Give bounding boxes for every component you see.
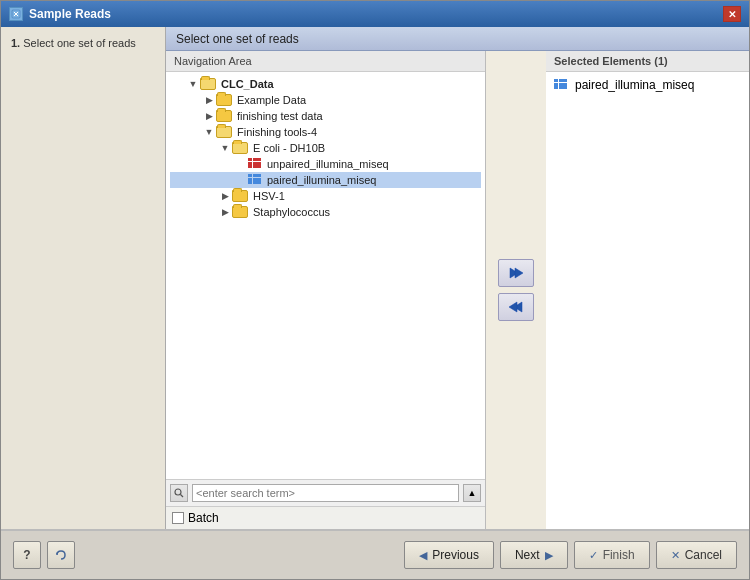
- next-arrow-icon: ▶: [545, 549, 553, 562]
- previous-label: Previous: [432, 548, 479, 562]
- remove-arrow-icon: [508, 300, 524, 314]
- app-icon: [9, 7, 23, 21]
- toggle-icon: ▶: [202, 109, 216, 123]
- svg-marker-6: [515, 268, 523, 278]
- data-icon-paired: [248, 174, 262, 186]
- panel-header: Select one set of reads: [166, 27, 749, 51]
- node-label-finishing-tools: Finishing tools-4: [237, 126, 317, 138]
- search-input[interactable]: [192, 484, 459, 502]
- search-icon-button[interactable]: [170, 484, 188, 502]
- folder-icon: [216, 110, 232, 122]
- selected-elements-panel[interactable]: paired_illumina_miseq: [546, 72, 749, 529]
- add-button[interactable]: [498, 259, 534, 287]
- steps-sidebar: 1. Select one set of reads: [1, 27, 166, 529]
- help-button[interactable]: ?: [13, 541, 41, 569]
- navigation-panel: Navigation Area ▼ CLC_Data: [166, 51, 486, 529]
- panel-header-label: Select one set of reads: [176, 32, 299, 46]
- panels-row: Navigation Area ▼ CLC_Data: [166, 51, 749, 529]
- tree-node-example-data[interactable]: ▶ Example Data: [170, 92, 481, 108]
- node-label-finishing-test: finishing test data: [237, 110, 323, 122]
- prev-arrow-icon: ◀: [419, 549, 427, 562]
- tree-node-staph[interactable]: ▶ Staphylococcus: [170, 204, 481, 220]
- finish-button[interactable]: ✓ Finish: [574, 541, 650, 569]
- help-label: ?: [23, 548, 30, 562]
- tree-node-ecoli[interactable]: ▼ E coli - DH10B: [170, 140, 481, 156]
- node-label-ecoli: E coli - DH10B: [253, 142, 325, 154]
- tree-node-paired[interactable]: ▶ paired_illumina_miseq: [170, 172, 481, 188]
- selected-item-paired[interactable]: paired_illumina_miseq: [550, 76, 745, 94]
- middle-buttons: [486, 51, 546, 529]
- search-icon: [174, 488, 184, 498]
- folder-icon: [232, 206, 248, 218]
- step-1: 1. Select one set of reads: [11, 37, 155, 49]
- toggle-icon: ▼: [218, 141, 232, 155]
- toggle-icon: ▶: [218, 205, 232, 219]
- toggle-icon: ▶: [202, 93, 216, 107]
- undo-button[interactable]: [47, 541, 75, 569]
- tree-area[interactable]: ▼ CLC_Data ▶ Example Data: [166, 72, 485, 479]
- batch-row: Batch: [166, 506, 485, 529]
- toggle-icon: ▼: [202, 125, 216, 139]
- toggle-icon: ▶: [218, 189, 232, 203]
- bottom-right: ◀ Previous Next ▶ ✓ Finish ✕ Cancel: [404, 541, 737, 569]
- tree-node-finishing-test[interactable]: ▶ finishing test data: [170, 108, 481, 124]
- batch-label: Batch: [188, 511, 219, 525]
- tree-node-hsv1[interactable]: ▶ HSV-1: [170, 188, 481, 204]
- selected-elements-header: Selected Elements (1): [546, 51, 749, 72]
- node-label-clc-data: CLC_Data: [221, 78, 274, 90]
- cancel-x-icon: ✕: [671, 549, 680, 562]
- batch-checkbox[interactable]: [172, 512, 184, 524]
- cancel-button[interactable]: ✕ Cancel: [656, 541, 737, 569]
- folder-icon: [200, 78, 216, 90]
- add-arrow-icon: [508, 266, 524, 280]
- remove-button[interactable]: [498, 293, 534, 321]
- node-label-hsv1: HSV-1: [253, 190, 285, 202]
- data-icon-unpaired: [248, 158, 262, 170]
- content-area: 1. Select one set of reads Select one se…: [1, 27, 749, 529]
- tree-node-clc-data[interactable]: ▼ CLC_Data: [170, 76, 481, 92]
- close-button[interactable]: ✕: [723, 6, 741, 22]
- step-number: 1.: [11, 37, 20, 49]
- main-window: Sample Reads ✕ 1. Select one set of read…: [0, 0, 750, 580]
- svg-marker-8: [509, 302, 517, 312]
- search-up-button[interactable]: ▲: [463, 484, 481, 502]
- main-content: Select one set of reads Navigation Area …: [166, 27, 749, 529]
- next-label: Next: [515, 548, 540, 562]
- selected-item-label: paired_illumina_miseq: [575, 78, 694, 92]
- previous-button[interactable]: ◀ Previous: [404, 541, 494, 569]
- window-title: Sample Reads: [29, 7, 111, 21]
- svg-line-4: [181, 495, 184, 498]
- nav-panel-header: Navigation Area: [166, 51, 485, 72]
- tree-node-unpaired[interactable]: ▶ unpaired_illumina_miseq: [170, 156, 481, 172]
- nav-area-label: Navigation Area: [174, 55, 252, 67]
- node-label-example-data: Example Data: [237, 94, 306, 106]
- node-label-staph: Staphylococcus: [253, 206, 330, 218]
- bottom-left: ?: [13, 541, 75, 569]
- selected-data-icon: [554, 79, 568, 91]
- finish-check-icon: ✓: [589, 549, 598, 562]
- folder-icon: [232, 142, 248, 154]
- cancel-label: Cancel: [685, 548, 722, 562]
- title-bar: Sample Reads ✕: [1, 1, 749, 27]
- folder-icon: [232, 190, 248, 202]
- finish-label: Finish: [603, 548, 635, 562]
- toggle-icon: ▼: [186, 77, 200, 91]
- tree-node-finishing-tools[interactable]: ▼ Finishing tools-4: [170, 124, 481, 140]
- bottom-bar: ? ◀ Previous Next ▶ ✓ Finish: [1, 529, 749, 579]
- svg-point-3: [175, 489, 181, 495]
- node-label-unpaired: unpaired_illumina_miseq: [267, 158, 389, 170]
- folder-icon: [216, 94, 232, 106]
- undo-icon: [54, 548, 68, 562]
- folder-icon: [216, 126, 232, 138]
- title-bar-left: Sample Reads: [9, 7, 111, 21]
- node-label-paired: paired_illumina_miseq: [267, 174, 376, 186]
- search-bar: ▲: [166, 479, 485, 506]
- next-button[interactable]: Next ▶: [500, 541, 568, 569]
- step-label: Select one set of reads: [23, 37, 136, 49]
- right-panel-container: Selected Elements (1) paired_illumina_mi…: [546, 51, 749, 529]
